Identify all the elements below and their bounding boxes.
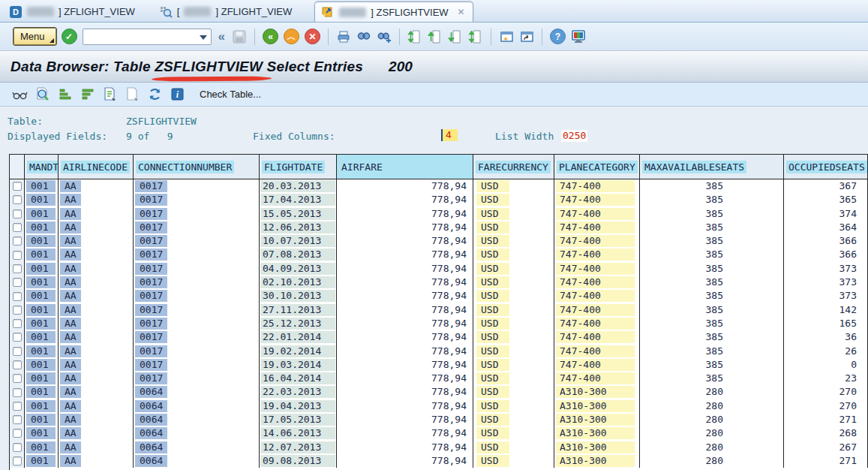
cell-mandt[interactable]: 001 bbox=[25, 413, 59, 426]
cell-farecurrency[interactable]: USD bbox=[473, 385, 554, 399]
cell-mandt[interactable]: 001 bbox=[25, 234, 59, 248]
cell-planecategory[interactable]: 747-400 bbox=[554, 207, 640, 221]
column-header-occupiedseats[interactable]: OCCUPIEDSEATS bbox=[784, 155, 868, 179]
cell-planecategory[interactable]: 747-400 bbox=[554, 179, 640, 193]
cell-connectionnumber[interactable]: 0064 bbox=[134, 426, 260, 440]
column-header-flightdate[interactable]: FLIGHTDATE bbox=[260, 155, 337, 179]
cell-farecurrency[interactable]: USD bbox=[473, 330, 554, 344]
table-row[interactable]: 001AA001704.09.2013778,94USD747-40038537… bbox=[10, 262, 868, 276]
table-row[interactable]: 001AA006409.08.2013778,94USDA310-3002802… bbox=[10, 454, 868, 468]
table-row[interactable]: 001AA001702.10.2013778,94USD747-40038537… bbox=[10, 276, 868, 289]
row-checkbox[interactable] bbox=[13, 456, 22, 465]
cell-airlinecode[interactable]: AA bbox=[59, 454, 134, 468]
cell-flightdate[interactable]: 12.07.2013 bbox=[260, 441, 337, 454]
cell-connectionnumber[interactable]: 0064 bbox=[134, 385, 260, 399]
table-row[interactable]: 001AA001707.08.2013778,94USD747-40038536… bbox=[10, 248, 868, 261]
cell-flightdate[interactable]: 09.08.2013 bbox=[260, 454, 337, 468]
cell-occupiedseats[interactable]: 268 bbox=[784, 426, 868, 440]
cell-maxavailableseats[interactable]: 385 bbox=[640, 317, 784, 330]
tab-zsflightview-active[interactable]: ] ZSFLIGHTVIEW ✕ bbox=[314, 2, 473, 22]
cell-airfare[interactable]: 778,94 bbox=[337, 303, 473, 317]
cell-farecurrency[interactable]: USD bbox=[473, 248, 554, 261]
find-next-icon[interactable] bbox=[377, 29, 392, 44]
cell-airfare[interactable]: 778,94 bbox=[337, 441, 473, 454]
cell-airlinecode[interactable]: AA bbox=[59, 358, 134, 372]
cell-airlinecode[interactable]: AA bbox=[59, 207, 134, 221]
table-row[interactable]: 001AA001712.06.2013778,94USD747-40038536… bbox=[10, 221, 868, 234]
cell-mandt[interactable]: 001 bbox=[25, 248, 59, 261]
cell-maxavailableseats[interactable]: 280 bbox=[640, 399, 784, 413]
cell-planecategory[interactable]: A310-300 bbox=[554, 454, 640, 468]
tab-zflight-view-1[interactable]: D ] ZFLIGHT_VIEW bbox=[3, 2, 143, 22]
cell-occupiedseats[interactable]: 374 bbox=[784, 207, 868, 221]
cell-flightdate[interactable]: 02.10.2013 bbox=[260, 276, 337, 289]
row-checkbox[interactable] bbox=[13, 319, 22, 328]
table-row[interactable]: 001AA001710.07.2013778,94USD747-40038536… bbox=[10, 234, 868, 248]
cell-farecurrency[interactable]: USD bbox=[473, 262, 554, 276]
table-row[interactable]: 001AA006412.07.2013778,94USDA310-3002802… bbox=[10, 441, 868, 454]
cell-flightdate[interactable]: 16.04.2014 bbox=[260, 372, 337, 385]
row-checkbox[interactable] bbox=[13, 415, 22, 424]
page-up-icon[interactable] bbox=[428, 29, 443, 44]
cell-occupiedseats[interactable]: 365 bbox=[784, 193, 868, 206]
cell-flightdate[interactable]: 12.06.2013 bbox=[260, 221, 337, 234]
cell-farecurrency[interactable]: USD bbox=[473, 207, 554, 221]
column-header-mandt[interactable]: MANDT bbox=[25, 155, 59, 179]
cell-maxavailableseats[interactable]: 385 bbox=[640, 303, 784, 317]
cell-occupiedseats[interactable]: 271 bbox=[784, 454, 868, 468]
row-checkbox[interactable] bbox=[13, 429, 22, 438]
cell-mandt[interactable]: 001 bbox=[25, 330, 59, 344]
cell-mandt[interactable]: 001 bbox=[25, 399, 59, 413]
cell-mandt[interactable]: 001 bbox=[25, 289, 59, 303]
table-row[interactable]: 001AA001716.04.2014778,94USD747-40038523 bbox=[10, 372, 868, 385]
cell-airlinecode[interactable]: AA bbox=[59, 221, 134, 234]
cell-connectionnumber[interactable]: 0017 bbox=[134, 330, 260, 344]
cell-farecurrency[interactable]: USD bbox=[473, 345, 554, 358]
cell-airfare[interactable]: 778,94 bbox=[337, 426, 473, 440]
cell-connectionnumber[interactable]: 0064 bbox=[134, 413, 260, 426]
cell-connectionnumber[interactable]: 0017 bbox=[134, 262, 260, 276]
cell-farecurrency[interactable]: USD bbox=[473, 399, 554, 413]
cell-maxavailableseats[interactable]: 280 bbox=[640, 385, 784, 399]
row-checkbox[interactable] bbox=[13, 237, 22, 246]
row-checkbox[interactable] bbox=[13, 195, 22, 204]
cell-airfare[interactable]: 778,94 bbox=[337, 276, 473, 289]
cell-occupiedseats[interactable]: 366 bbox=[784, 248, 868, 261]
cell-occupiedseats[interactable]: 366 bbox=[784, 234, 868, 248]
column-header-planecategory[interactable]: PLANECATEGORY bbox=[554, 155, 640, 179]
cell-planecategory[interactable]: A310-300 bbox=[554, 441, 640, 454]
cell-airlinecode[interactable]: AA bbox=[59, 330, 134, 344]
table-row[interactable]: 001AA001725.12.2013778,94USD747-40038516… bbox=[10, 317, 868, 330]
cell-mandt[interactable]: 001 bbox=[25, 441, 59, 454]
cell-farecurrency[interactable]: USD bbox=[473, 441, 554, 454]
cell-mandt[interactable]: 001 bbox=[25, 454, 59, 468]
last-page-icon[interactable] bbox=[468, 29, 483, 44]
cell-airfare[interactable]: 778,94 bbox=[337, 207, 473, 221]
cell-flightdate[interactable]: 15.05.2013 bbox=[260, 207, 337, 221]
cell-farecurrency[interactable]: USD bbox=[473, 426, 554, 440]
cell-planecategory[interactable]: 747-400 bbox=[554, 303, 640, 317]
fixed-columns-input[interactable]: 4 bbox=[441, 129, 458, 141]
enter-check-icon[interactable]: ✓ bbox=[62, 29, 77, 44]
cell-connectionnumber[interactable]: 0017 bbox=[134, 303, 260, 317]
cell-planecategory[interactable]: A310-300 bbox=[554, 426, 640, 440]
cell-airfare[interactable]: 778,94 bbox=[337, 193, 473, 206]
table-row[interactable]: 001AA001719.03.2014778,94USD747-4003850 bbox=[10, 358, 868, 372]
row-checkbox[interactable] bbox=[13, 360, 22, 369]
cell-planecategory[interactable]: 747-400 bbox=[554, 289, 640, 303]
cell-maxavailableseats[interactable]: 385 bbox=[640, 248, 784, 261]
row-checkbox[interactable] bbox=[13, 402, 22, 411]
glasses-icon[interactable] bbox=[12, 86, 28, 102]
cell-airfare[interactable]: 778,94 bbox=[337, 358, 473, 372]
cell-connectionnumber[interactable]: 0017 bbox=[134, 207, 260, 221]
cell-flightdate[interactable]: 20.03.2013 bbox=[260, 179, 337, 193]
cell-airfare[interactable]: 778,94 bbox=[337, 234, 473, 248]
cell-planecategory[interactable]: 747-400 bbox=[554, 345, 640, 358]
cell-mandt[interactable]: 001 bbox=[25, 207, 59, 221]
cell-planecategory[interactable]: A310-300 bbox=[554, 385, 640, 399]
table-row[interactable]: 001AA001730.10.2013778,94USD747-40038537… bbox=[10, 289, 868, 303]
cell-connectionnumber[interactable]: 0017 bbox=[134, 179, 260, 193]
column-header-farecurrency[interactable]: FARECURRENCY bbox=[473, 155, 554, 179]
table-row[interactable]: 001AA001717.04.2013778,94USD747-40038536… bbox=[10, 193, 868, 206]
cell-airlinecode[interactable]: AA bbox=[59, 317, 134, 330]
